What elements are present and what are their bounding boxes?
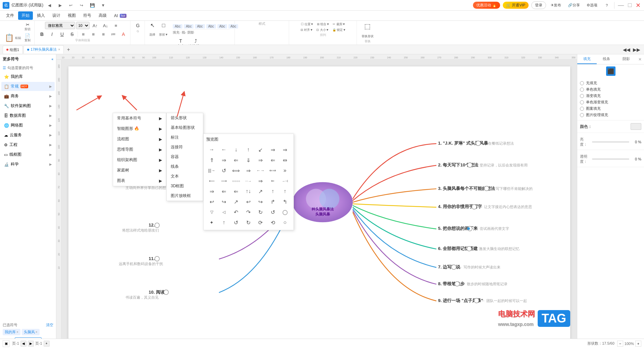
- submenu-family[interactable]: 家庭树 ▶: [113, 165, 166, 176]
- prev-icon-34[interactable]: ↑: [267, 187, 278, 196]
- abc-shape-1[interactable]: Abc: [173, 24, 182, 29]
- align-button[interactable]: ⊟ 对齐▼: [299, 27, 314, 33]
- prev-icon-13[interactable]: ⇐: [267, 155, 278, 165]
- prev-icon-42[interactable]: ↰: [280, 197, 290, 206]
- submenu-chart[interactable]: 图表 ▶: [113, 176, 166, 186]
- prev-icon-1[interactable]: →: [206, 145, 217, 154]
- prev-icon-14[interactable]: ⇔: [280, 155, 290, 165]
- zoom-out-button[interactable]: −: [617, 341, 623, 347]
- sidebar-item-engineering[interactable]: ⚙工程 ▶: [1, 140, 55, 149]
- abc-shape-5[interactable]: Abc: [217, 24, 227, 29]
- page-nav-next[interactable]: ▶: [28, 341, 34, 347]
- prev-icon-51[interactable]: ↑: [218, 218, 229, 227]
- prev-icon-3[interactable]: ↓: [231, 145, 241, 154]
- sidebar-item-cloud[interactable]: ☁云服务 ▶: [1, 131, 55, 140]
- menu-insert[interactable]: 插入: [34, 11, 48, 20]
- tab-add-button[interactable]: +: [64, 46, 72, 54]
- align-left-button[interactable]: ≡: [78, 30, 88, 38]
- font-name-select[interactable]: 微软雅黑: [45, 22, 75, 29]
- paste-button[interactable]: 📋粘贴: [3, 33, 22, 43]
- prev-icon-44[interactable]: ◁: [218, 207, 229, 217]
- prev-icon-47[interactable]: ↻: [255, 207, 266, 217]
- maximize-button[interactable]: □: [627, 1, 632, 9]
- arrow-sub-callout[interactable]: 标注: [167, 133, 203, 142]
- prev-icon-45[interactable]: ↶: [231, 207, 241, 217]
- close-button[interactable]: ✕: [635, 1, 641, 10]
- submenu-org[interactable]: 组织架构图 ▶: [113, 155, 166, 165]
- rp-tab-line[interactable]: 线条: [597, 54, 616, 64]
- rp-tab-shadow[interactable]: 阴影: [616, 54, 636, 64]
- connect-tool-button[interactable]: ⤴ 连接线▼: [187, 38, 205, 45]
- sidebar-item-db[interactable]: 🗄数据库图 ▶: [1, 111, 55, 120]
- abc-shape-2[interactable]: Abc: [184, 24, 194, 29]
- menu-start[interactable]: 开始: [18, 11, 33, 20]
- cut-button[interactable]: ✂ 剪切: [23, 21, 32, 32]
- prev-icon-15[interactable]: |||→: [206, 166, 217, 175]
- group-button[interactable]: ⊞ 组合▼: [316, 21, 331, 27]
- sidebar-item-my-lib[interactable]: ⭐我的库: [1, 72, 55, 81]
- nav-undo[interactable]: ↩: [67, 1, 75, 9]
- lock-button[interactable]: 🔒 锁定▼: [331, 27, 347, 33]
- nav-more[interactable]: ▼: [99, 1, 107, 9]
- prev-icon-11[interactable]: ⇓: [243, 155, 254, 165]
- prev-icon-29[interactable]: ⇒: [206, 187, 217, 196]
- fill-option-pattern[interactable]: 图案填充: [580, 106, 641, 111]
- minimize-button[interactable]: —: [617, 1, 625, 9]
- prev-icon-31[interactable]: ⇐: [231, 187, 241, 196]
- canvas-surface[interactable]: 种头脑风暴法 头脑风暴: [62, 60, 577, 348]
- menu-symbol[interactable]: 符号: [80, 11, 95, 20]
- prev-icon-21[interactable]: »: [280, 166, 290, 175]
- font-size-select[interactable]: 10: [76, 22, 90, 29]
- fill-option-gradient[interactable]: 渐变填充: [580, 93, 641, 98]
- underline-button[interactable]: U: [57, 30, 67, 38]
- prev-icon-26[interactable]: ⇒: [255, 176, 266, 186]
- align-right-button[interactable]: ≡: [99, 30, 108, 38]
- font-color-button[interactable]: A: [119, 30, 128, 38]
- publish-button[interactable]: ✈ 发布: [549, 1, 563, 9]
- fill-option-solid-gradient[interactable]: 单色渐变填充: [580, 100, 641, 105]
- prev-icon-17[interactable]: ⟺: [231, 166, 241, 175]
- prev-icon-52[interactable]: ↺: [231, 218, 241, 227]
- tab-close-2[interactable]: ×: [58, 48, 60, 51]
- arrow-sub-3d[interactable]: 3D框图: [167, 181, 203, 191]
- share-button[interactable]: 🔗 分享: [566, 1, 582, 9]
- tag-close-2[interactable]: ×: [36, 330, 38, 334]
- prev-icon-38[interactable]: ↗: [231, 197, 241, 206]
- prev-icon-41[interactable]: ↱: [267, 197, 278, 206]
- bold-button[interactable]: B: [37, 30, 47, 38]
- prev-icon-39[interactable]: ↩: [243, 197, 254, 206]
- submenu-flowchart[interactable]: 流程图 ▶: [113, 134, 166, 144]
- prev-icon-35[interactable]: ↑: [280, 187, 290, 196]
- copy-button[interactable]: 📄 复制: [23, 33, 32, 43]
- sidebar-item-common[interactable]: 📋 常规 HOT ▶: [1, 82, 55, 91]
- fill-active-icon[interactable]: ⬛: [606, 66, 615, 76]
- menu-design[interactable]: 设计: [49, 11, 64, 20]
- menu-ai[interactable]: AI hot: [111, 12, 130, 19]
- prev-icon-7[interactable]: ⇒: [280, 145, 290, 154]
- sidebar-collapse[interactable]: «: [51, 57, 53, 61]
- arrow-sub-line[interactable]: 线条: [167, 162, 203, 171]
- layers-button[interactable]: ▣: [3, 340, 9, 347]
- prev-icon-20[interactable]: ⇐⇒: [267, 166, 278, 175]
- prev-icon-25[interactable]: ···→: [243, 176, 254, 186]
- prev-icon-46[interactable]: ↷: [243, 207, 254, 217]
- prev-icon-32[interactable]: ↑↓: [243, 187, 254, 196]
- fill-option-solid[interactable]: 单色填充: [580, 87, 641, 92]
- prev-icon-37[interactable]: ↪: [218, 197, 229, 206]
- prev-icon-8[interactable]: ⇑: [206, 155, 217, 165]
- prev-icon-24[interactable]: ○○○○: [231, 176, 241, 186]
- g-button[interactable]: G: [133, 21, 143, 30]
- select-tool-button[interactable]: ↖选择: [148, 21, 157, 38]
- sidebar-item-network[interactable]: 🌐网络图 ▶: [1, 121, 55, 130]
- menu-view[interactable]: 视图: [64, 11, 79, 20]
- abc-shape-3[interactable]: Abc: [195, 24, 205, 29]
- prev-icon-48[interactable]: ↺: [267, 207, 278, 217]
- prev-icon-16[interactable]: ↺: [218, 166, 229, 175]
- rp-tab-fill[interactable]: 填充: [577, 54, 597, 64]
- arrow-sub-container[interactable]: 容器: [167, 152, 203, 162]
- prev-icon-36[interactable]: ↩: [206, 197, 217, 206]
- zoom-in-button[interactable]: +: [635, 341, 641, 347]
- sidebar-item-business[interactable]: 💼商务 ▶: [1, 92, 55, 101]
- prev-icon-28[interactable]: →⊣: [280, 176, 290, 186]
- arrow-sub-text[interactable]: 文本: [167, 171, 203, 181]
